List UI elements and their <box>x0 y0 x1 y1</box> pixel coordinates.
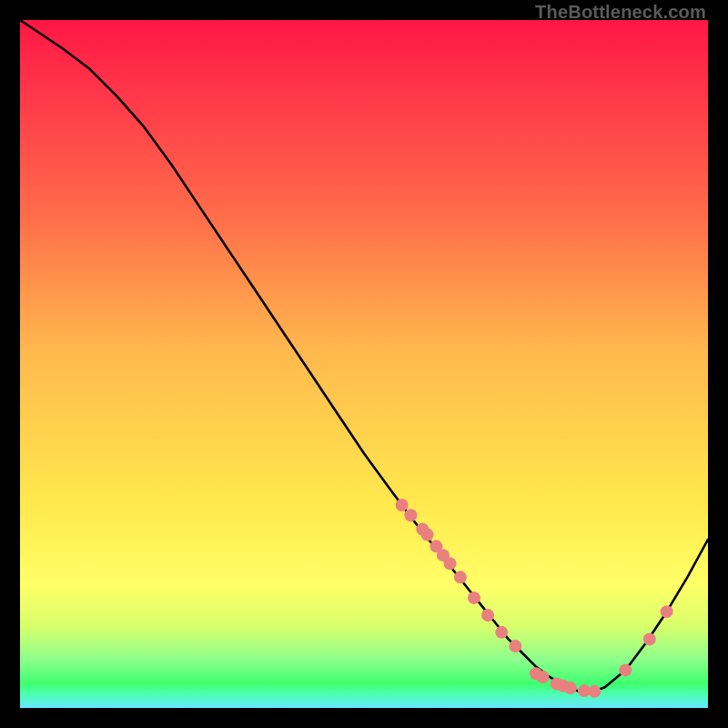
scatter-points <box>396 499 673 698</box>
data-point <box>537 671 550 683</box>
chart-area <box>20 20 708 708</box>
data-point <box>396 499 409 511</box>
bottleneck-curve-chart <box>20 20 708 708</box>
data-point <box>564 682 577 694</box>
data-point <box>404 509 417 521</box>
data-point <box>454 571 467 583</box>
data-point <box>481 609 494 622</box>
data-point <box>643 632 656 645</box>
data-point <box>588 685 601 698</box>
data-point <box>661 605 673 618</box>
data-point <box>495 626 508 639</box>
bottleneck-curve <box>20 20 708 693</box>
data-point <box>468 592 480 604</box>
data-point <box>421 528 434 541</box>
data-point <box>444 557 457 570</box>
data-point <box>509 640 521 652</box>
watermark-label: TheBottleneck.com <box>535 2 706 23</box>
data-point <box>619 663 632 676</box>
